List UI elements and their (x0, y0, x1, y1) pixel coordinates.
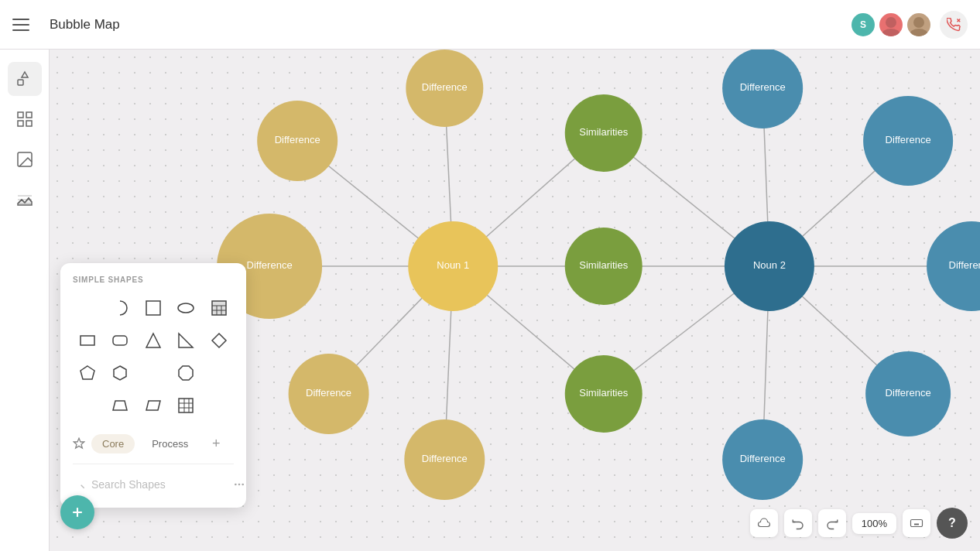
svg-point-1 (882, 29, 900, 36)
shape-trapezoid[interactable] (105, 391, 135, 420)
node-label-diff_lm: Difference (247, 259, 293, 271)
svg-rect-49 (212, 301, 226, 315)
svg-rect-67 (179, 399, 193, 412)
shapes-section-label: SIMPLE SHAPES (73, 276, 234, 284)
shape-grid[interactable] (171, 391, 200, 420)
svg-rect-10 (18, 121, 23, 126)
shapes-icon (73, 437, 85, 450)
svg-rect-54 (81, 336, 94, 345)
svg-point-75 (235, 484, 237, 486)
search-row (73, 474, 234, 495)
svg-point-63 (212, 366, 226, 380)
svg-point-64 (81, 399, 94, 412)
avatar-2[interactable] (907, 13, 930, 36)
shape-arc[interactable] (105, 293, 135, 323)
shape-heptagon[interactable] (139, 358, 168, 388)
svg-rect-9 (26, 112, 32, 118)
svg-marker-58 (212, 334, 226, 347)
hamburger-button[interactable] (12, 12, 37, 37)
svg-point-73 (75, 479, 82, 486)
node-diff_bl[interactable]: Difference (404, 419, 485, 500)
svg-point-7 (26, 80, 32, 86)
shape-right-triangle[interactable] (171, 326, 200, 355)
svg-marker-57 (179, 334, 193, 347)
more-options-button[interactable] (233, 474, 245, 495)
svg-point-76 (238, 484, 241, 486)
svg-rect-11 (26, 121, 32, 126)
node-label-diff_tl: Difference (275, 134, 320, 145)
node-label-sim1: Similarities (579, 126, 628, 138)
node-noun2[interactable]: Noun 2 (725, 221, 814, 311)
shape-diamond[interactable] (204, 326, 234, 355)
svg-point-61 (146, 366, 160, 380)
shape-hexagon[interactable] (105, 358, 135, 388)
node-sim2[interactable]: Similarities (565, 228, 642, 305)
undo-button[interactable] (784, 509, 812, 537)
node-noun1[interactable]: Noun 1 (408, 221, 498, 311)
node-label-diff_rb: Difference (740, 453, 786, 464)
svg-rect-47 (146, 301, 160, 315)
node-diff_rb[interactable]: Difference (722, 419, 803, 500)
node-diff_tl[interactable]: Difference (257, 101, 338, 181)
help-button[interactable]: ? (937, 508, 968, 539)
svg-marker-59 (81, 366, 94, 379)
node-diff_br[interactable]: Difference (865, 351, 951, 436)
shape-rounded-rect[interactable] (105, 326, 135, 355)
tab-add-button[interactable]: + (205, 433, 227, 454)
sidebar-icon-grid[interactable] (8, 102, 42, 136)
node-label-diff_rt: Difference (740, 81, 786, 93)
shape-tabs: Core Process + (73, 433, 234, 464)
fab-button[interactable] (60, 495, 94, 529)
svg-marker-66 (146, 401, 160, 410)
node-diff_r[interactable]: Difference (927, 221, 980, 311)
shape-nonagon[interactable] (204, 358, 234, 388)
tab-process[interactable]: Process (141, 434, 199, 453)
svg-point-48 (178, 303, 194, 313)
svg-point-2 (913, 17, 924, 28)
avatar-s[interactable]: S (852, 13, 875, 36)
cloud-button[interactable] (750, 509, 778, 537)
zoom-level[interactable]: 100% (852, 513, 896, 534)
node-diff_lb[interactable]: Difference (289, 354, 369, 434)
node-diff_tr[interactable]: Difference (863, 96, 953, 186)
node-diff_l[interactable]: Difference (406, 50, 483, 127)
svg-point-13 (21, 156, 23, 158)
shape-triangle[interactable] (139, 326, 168, 355)
node-diff_rt[interactable]: Difference (722, 50, 803, 128)
header: Bubble Map S (0, 0, 980, 50)
shape-ellipse[interactable] (171, 293, 200, 323)
node-sim1[interactable]: Similarities (565, 94, 642, 172)
svg-marker-72 (74, 438, 84, 448)
shape-pentagon[interactable] (73, 358, 102, 388)
shape-parallelogram[interactable] (139, 391, 168, 420)
tab-core[interactable]: Core (91, 434, 135, 453)
keyboard-button[interactable] (903, 509, 930, 537)
redo-button[interactable] (818, 509, 846, 537)
svg-marker-60 (114, 366, 126, 380)
shape-square[interactable] (139, 293, 168, 323)
page-title: Bubble Map (50, 17, 120, 33)
node-label-diff_br: Difference (886, 387, 931, 399)
bottom-toolbar: 100% ? (750, 508, 968, 539)
shape-circle-outline[interactable] (73, 391, 102, 420)
shape-table[interactable] (204, 293, 234, 323)
svg-point-3 (910, 29, 928, 36)
sidebar-icon-image[interactable] (8, 142, 42, 176)
svg-rect-55 (113, 336, 127, 345)
search-shapes-input[interactable] (91, 478, 227, 491)
svg-marker-56 (146, 334, 160, 347)
shape-octagon[interactable] (171, 358, 200, 388)
svg-marker-65 (113, 401, 127, 410)
node-label-diff_bl: Difference (422, 453, 468, 464)
call-button[interactable] (940, 11, 968, 39)
node-sim3[interactable]: Similarities (565, 355, 642, 433)
svg-marker-62 (179, 366, 193, 380)
left-sidebar (0, 50, 50, 551)
sidebar-icon-shapes[interactable] (8, 62, 42, 96)
sidebar-icon-diagram[interactable] (8, 183, 42, 217)
shape-circle[interactable] (73, 293, 102, 323)
shape-rect[interactable] (73, 326, 102, 355)
node-label-noun1: Noun 1 (437, 259, 469, 271)
shapes-grid (73, 293, 234, 420)
avatar-1[interactable] (879, 13, 903, 36)
